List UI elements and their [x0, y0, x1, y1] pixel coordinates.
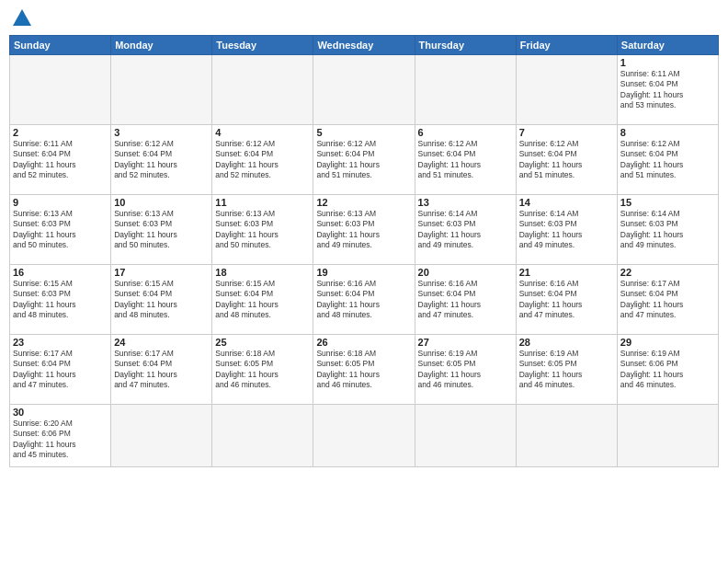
header	[9, 9, 719, 28]
day-number: 3	[114, 127, 209, 138]
day-info: Sunrise: 6:19 AM Sunset: 6:05 PM Dayligh…	[519, 349, 614, 391]
calendar-header-sunday: Sunday	[10, 36, 111, 55]
day-info: Sunrise: 6:19 AM Sunset: 6:06 PM Dayligh…	[620, 349, 715, 391]
day-number: 30	[13, 407, 108, 418]
calendar: SundayMondayTuesdayWednesdayThursdayFrid…	[9, 35, 719, 467]
day-number: 24	[114, 337, 209, 348]
calendar-cell	[313, 405, 415, 467]
calendar-cell: 21Sunrise: 6:16 AM Sunset: 6:04 PM Dayli…	[516, 265, 617, 335]
calendar-week-5: 30Sunrise: 6:20 AM Sunset: 6:06 PM Dayli…	[10, 405, 719, 467]
calendar-cell: 29Sunrise: 6:19 AM Sunset: 6:06 PM Dayli…	[617, 335, 718, 405]
day-info: Sunrise: 6:12 AM Sunset: 6:04 PM Dayligh…	[316, 139, 411, 181]
day-info: Sunrise: 6:15 AM Sunset: 6:03 PM Dayligh…	[13, 279, 108, 321]
calendar-cell: 28Sunrise: 6:19 AM Sunset: 6:05 PM Dayli…	[516, 335, 617, 405]
day-number: 15	[620, 197, 715, 208]
day-info: Sunrise: 6:17 AM Sunset: 6:04 PM Dayligh…	[620, 279, 715, 321]
day-number: 17	[114, 267, 209, 278]
calendar-week-1: 2Sunrise: 6:11 AM Sunset: 6:04 PM Daylig…	[10, 125, 719, 195]
day-info: Sunrise: 6:14 AM Sunset: 6:03 PM Dayligh…	[418, 209, 513, 251]
day-info: Sunrise: 6:18 AM Sunset: 6:05 PM Dayligh…	[316, 349, 411, 391]
calendar-cell: 15Sunrise: 6:14 AM Sunset: 6:03 PM Dayli…	[617, 195, 718, 265]
calendar-header-tuesday: Tuesday	[212, 36, 313, 55]
calendar-cell: 13Sunrise: 6:14 AM Sunset: 6:03 PM Dayli…	[415, 195, 516, 265]
day-number: 27	[418, 337, 513, 348]
day-number: 22	[620, 267, 715, 278]
day-info: Sunrise: 6:19 AM Sunset: 6:05 PM Dayligh…	[418, 349, 513, 391]
day-number: 5	[316, 127, 411, 138]
calendar-cell	[415, 55, 516, 125]
calendar-cell: 2Sunrise: 6:11 AM Sunset: 6:04 PM Daylig…	[10, 125, 111, 195]
logo-text	[9, 9, 31, 28]
calendar-cell: 7Sunrise: 6:12 AM Sunset: 6:04 PM Daylig…	[516, 125, 617, 195]
calendar-cell	[111, 405, 212, 467]
logo	[9, 9, 31, 28]
calendar-cell	[212, 405, 313, 467]
calendar-header-row: SundayMondayTuesdayWednesdayThursdayFrid…	[10, 36, 719, 55]
calendar-cell	[516, 55, 617, 125]
calendar-cell: 16Sunrise: 6:15 AM Sunset: 6:03 PM Dayli…	[10, 265, 111, 335]
day-info: Sunrise: 6:18 AM Sunset: 6:05 PM Dayligh…	[215, 349, 310, 391]
calendar-cell: 23Sunrise: 6:17 AM Sunset: 6:04 PM Dayli…	[10, 335, 111, 405]
day-info: Sunrise: 6:12 AM Sunset: 6:04 PM Dayligh…	[114, 139, 209, 181]
day-number: 21	[519, 267, 614, 278]
day-info: Sunrise: 6:12 AM Sunset: 6:04 PM Dayligh…	[620, 139, 715, 181]
day-info: Sunrise: 6:15 AM Sunset: 6:04 PM Dayligh…	[215, 279, 310, 321]
day-number: 20	[418, 267, 513, 278]
day-info: Sunrise: 6:11 AM Sunset: 6:04 PM Dayligh…	[13, 139, 108, 181]
calendar-cell: 22Sunrise: 6:17 AM Sunset: 6:04 PM Dayli…	[617, 265, 718, 335]
day-info: Sunrise: 6:13 AM Sunset: 6:03 PM Dayligh…	[215, 209, 310, 251]
day-info: Sunrise: 6:11 AM Sunset: 6:04 PM Dayligh…	[620, 69, 715, 111]
calendar-cell	[212, 55, 313, 125]
calendar-header-saturday: Saturday	[617, 36, 718, 55]
calendar-cell: 30Sunrise: 6:20 AM Sunset: 6:06 PM Dayli…	[10, 405, 111, 467]
calendar-cell: 8Sunrise: 6:12 AM Sunset: 6:04 PM Daylig…	[617, 125, 718, 195]
day-info: Sunrise: 6:13 AM Sunset: 6:03 PM Dayligh…	[316, 209, 411, 251]
day-info: Sunrise: 6:13 AM Sunset: 6:03 PM Dayligh…	[114, 209, 209, 251]
calendar-week-2: 9Sunrise: 6:13 AM Sunset: 6:03 PM Daylig…	[10, 195, 719, 265]
day-info: Sunrise: 6:16 AM Sunset: 6:04 PM Dayligh…	[316, 279, 411, 321]
day-number: 2	[13, 127, 108, 138]
calendar-cell: 5Sunrise: 6:12 AM Sunset: 6:04 PM Daylig…	[313, 125, 415, 195]
calendar-cell: 19Sunrise: 6:16 AM Sunset: 6:04 PM Dayli…	[313, 265, 415, 335]
day-number: 28	[519, 337, 614, 348]
day-number: 16	[13, 267, 108, 278]
calendar-cell	[313, 55, 415, 125]
day-number: 19	[316, 267, 411, 278]
day-number: 11	[215, 197, 310, 208]
day-info: Sunrise: 6:12 AM Sunset: 6:04 PM Dayligh…	[519, 139, 614, 181]
day-info: Sunrise: 6:17 AM Sunset: 6:04 PM Dayligh…	[114, 349, 209, 391]
calendar-cell: 11Sunrise: 6:13 AM Sunset: 6:03 PM Dayli…	[212, 195, 313, 265]
day-number: 29	[620, 337, 715, 348]
day-number: 23	[13, 337, 108, 348]
day-number: 25	[215, 337, 310, 348]
calendar-cell	[111, 55, 212, 125]
day-info: Sunrise: 6:12 AM Sunset: 6:04 PM Dayligh…	[418, 139, 513, 181]
page: SundayMondayTuesdayWednesdayThursdayFrid…	[0, 0, 728, 563]
calendar-cell: 12Sunrise: 6:13 AM Sunset: 6:03 PM Dayli…	[313, 195, 415, 265]
calendar-header-monday: Monday	[111, 36, 212, 55]
day-number: 13	[418, 197, 513, 208]
day-info: Sunrise: 6:16 AM Sunset: 6:04 PM Dayligh…	[418, 279, 513, 321]
day-number: 7	[519, 127, 614, 138]
calendar-cell	[617, 405, 718, 467]
calendar-header-friday: Friday	[516, 36, 617, 55]
day-info: Sunrise: 6:15 AM Sunset: 6:04 PM Dayligh…	[114, 279, 209, 321]
calendar-cell: 24Sunrise: 6:17 AM Sunset: 6:04 PM Dayli…	[111, 335, 212, 405]
day-number: 18	[215, 267, 310, 278]
day-info: Sunrise: 6:20 AM Sunset: 6:06 PM Dayligh…	[13, 419, 108, 461]
calendar-cell	[415, 405, 516, 467]
day-info: Sunrise: 6:14 AM Sunset: 6:03 PM Dayligh…	[620, 209, 715, 251]
calendar-cell: 14Sunrise: 6:14 AM Sunset: 6:03 PM Dayli…	[516, 195, 617, 265]
day-info: Sunrise: 6:16 AM Sunset: 6:04 PM Dayligh…	[519, 279, 614, 321]
calendar-week-3: 16Sunrise: 6:15 AM Sunset: 6:03 PM Dayli…	[10, 265, 719, 335]
day-number: 12	[316, 197, 411, 208]
calendar-cell: 9Sunrise: 6:13 AM Sunset: 6:03 PM Daylig…	[10, 195, 111, 265]
day-number: 10	[114, 197, 209, 208]
calendar-header-wednesday: Wednesday	[313, 36, 415, 55]
day-info: Sunrise: 6:17 AM Sunset: 6:04 PM Dayligh…	[13, 349, 108, 391]
day-number: 4	[215, 127, 310, 138]
day-info: Sunrise: 6:12 AM Sunset: 6:04 PM Dayligh…	[215, 139, 310, 181]
calendar-cell: 6Sunrise: 6:12 AM Sunset: 6:04 PM Daylig…	[415, 125, 516, 195]
logo-triangle-icon	[13, 9, 31, 26]
calendar-cell: 1Sunrise: 6:11 AM Sunset: 6:04 PM Daylig…	[617, 55, 718, 125]
